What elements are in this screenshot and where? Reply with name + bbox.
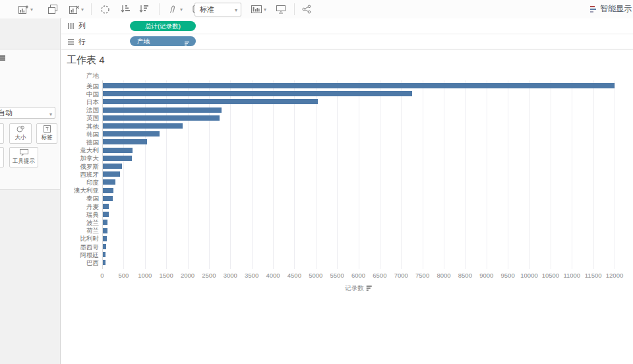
bar[interactable] [103,115,220,121]
x-axis-tick-label: 3500 [245,272,258,279]
filters-card [0,49,61,105]
rows-shelf[interactable]: 行 产地 [61,34,633,49]
category-label[interactable]: 墨西哥 [61,243,99,252]
category-label[interactable]: 比利时 [61,235,99,243]
sort-descending-button[interactable] [139,3,150,15]
x-axis-tick-label: 11000 [563,272,580,279]
category-label[interactable]: 波兰 [61,219,99,228]
category-label[interactable]: 西班牙 [61,171,99,179]
dimension-pill-label: 产地 [137,38,150,45]
category-label[interactable]: 韩国 [61,131,99,139]
category-label[interactable]: 丹麦 [61,203,99,212]
bar[interactable] [103,244,106,249]
bar[interactable] [103,220,107,225]
main-area: 自动 ▾ 颜色 大小 标签 详细信息 工具提示 [0,18,633,364]
gridline [444,80,444,269]
bar[interactable] [103,260,106,265]
size-button[interactable]: 大小 [9,123,32,144]
category-label[interactable]: 美国 [61,82,99,91]
show-me-button[interactable]: 智能显示 [589,3,632,15]
x-axis-tick-label: 8500 [458,272,472,279]
gridline [337,80,338,269]
x-axis-tick-label: 7000 [394,272,408,279]
sort-ascending-button[interactable] [121,3,131,15]
category-label[interactable]: 阿根廷 [61,251,99,260]
bar[interactable] [103,91,412,96]
bar[interactable] [103,196,113,201]
gridline [572,80,572,269]
category-label[interactable]: 俄罗斯 [61,163,99,171]
highlight-pen-button[interactable]: ▾ [169,3,183,15]
axis-sort-icon[interactable] [367,285,372,292]
bar[interactable] [103,228,107,233]
share-icon[interactable] [302,3,311,15]
bar[interactable] [103,156,132,161]
mark-type-dropdown[interactable]: 自动 ▾ [0,107,55,119]
category-label[interactable]: 法国 [61,106,99,115]
color-button[interactable]: 颜色 [0,123,4,144]
category-label[interactable]: 瑞典 [61,211,99,220]
x-axis-tick-label: 9500 [501,272,515,279]
category-label[interactable]: 泰国 [61,195,99,203]
chart: 产地美国中国日本法国英国其他韩国德国意大利加拿大俄罗斯西班牙印度澳大利亚泰国丹麦… [61,72,633,336]
bar[interactable] [103,148,133,153]
toolbar-separator [91,3,92,15]
bar[interactable] [103,164,122,169]
columns-shelf[interactable]: 列 总计(记录数) [61,18,633,34]
category-label[interactable]: 德国 [61,138,99,147]
presentation-mode-button[interactable] [276,3,286,15]
bar[interactable] [103,188,113,193]
bar[interactable] [103,123,183,129]
category-label[interactable]: 中国 [61,90,99,99]
content-area: 列 总计(记录数) 行 产地 工作表 4 产地美国中国日本法国英国其他韩国德国意… [61,18,633,364]
category-label[interactable]: 意大利 [61,146,99,155]
fit-selector[interactable]: 标准 ▾ [195,3,241,16]
category-label[interactable]: 日本 [61,98,99,107]
new-worksheet-button[interactable]: ▾ [18,3,33,15]
group-members-button[interactable] [100,3,110,15]
bar[interactable] [103,131,160,136]
bar[interactable] [103,179,115,185]
bar[interactable] [103,99,318,104]
category-label[interactable]: 荷兰 [61,227,99,235]
chevron-down-icon[interactable]: ▾ [30,7,33,13]
x-axis-tick-label: 11500 [585,272,602,279]
tooltip-button[interactable]: 工具提示 [9,147,38,167]
category-label[interactable]: 印度 [61,179,99,187]
detail-button[interactable]: 详细信息 [0,147,4,167]
bar[interactable] [103,139,147,144]
gridline [273,80,274,269]
bar[interactable] [103,107,222,113]
show-cards-button[interactable]: ▾ [251,3,266,15]
label-button[interactable]: 标签 [36,123,57,144]
bar[interactable] [103,252,106,257]
bar[interactable] [103,204,109,209]
bar[interactable] [103,236,107,241]
chevron-down-icon: ▾ [49,109,52,120]
gridline [529,80,530,269]
chevron-down-icon[interactable]: ▾ [264,7,266,13]
category-label[interactable]: 英国 [61,114,99,123]
bar[interactable] [103,212,109,217]
duplicate-sheet-button[interactable] [48,3,57,15]
measure-pill[interactable]: 总计(记录数) [130,21,196,31]
dimension-pill[interactable]: 产地 [130,36,196,46]
pill-sort-icon[interactable] [185,39,190,49]
tooltip-button-label: 工具提示 [13,158,35,166]
chevron-down-icon[interactable]: ▾ [180,7,183,13]
rows-shelf-label: 行 [78,37,86,47]
gridline [252,80,253,269]
chevron-down-icon[interactable]: ▾ [81,7,84,13]
category-label[interactable]: 澳大利亚 [61,187,99,195]
category-label[interactable]: 加拿大 [61,154,99,163]
row-field-header[interactable]: 产地 [61,72,99,80]
gridline [465,80,466,269]
clear-sheet-button[interactable]: ▾ [69,3,84,15]
x-axis-tick-label: 12000 [606,272,623,279]
bar[interactable] [103,83,615,88]
bar[interactable] [103,171,120,177]
gridline [316,80,316,269]
x-axis-title[interactable]: 记录数 [345,284,372,293]
category-label[interactable]: 巴西 [61,259,99,268]
category-label[interactable]: 其他 [61,123,99,131]
